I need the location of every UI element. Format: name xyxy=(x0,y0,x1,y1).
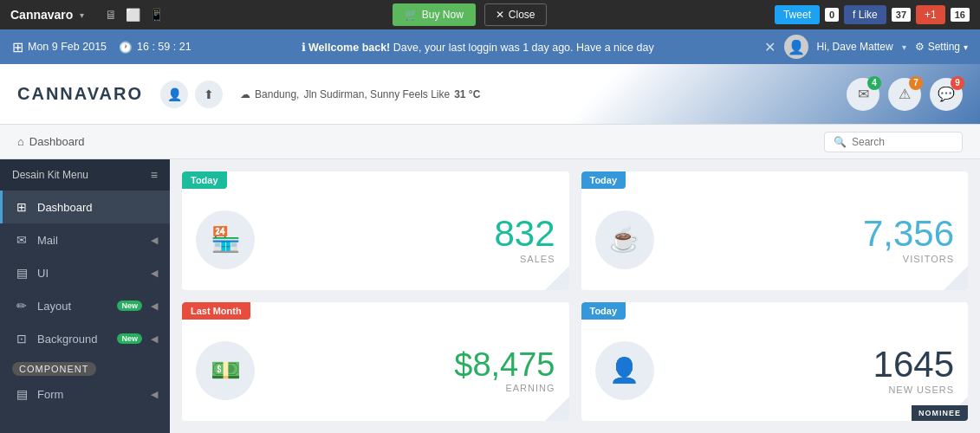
user-name: Hi, Dave Mattew xyxy=(817,41,893,53)
sidebar-item-dashboard[interactable]: ⊞ Dashboard xyxy=(0,191,170,223)
user-dropdown-icon[interactable]: ▾ xyxy=(902,42,906,52)
newusers-stat: 1645 New Users xyxy=(873,346,954,395)
sidebar-header-label: Desain Kit Menu xyxy=(12,169,88,181)
breadcrumb: ⌂ Dashboard xyxy=(17,135,84,148)
nav-bar: ⌂ Dashboard 🔍 xyxy=(0,125,980,159)
tablet-icon[interactable]: ⬜ xyxy=(126,8,140,22)
notif-time: 🕐 16 : 59 : 21 xyxy=(119,41,191,54)
sidebar-item-ui[interactable]: ▤ UI ◀ xyxy=(0,256,170,289)
chevron-right-icon: ◀ xyxy=(151,389,158,400)
chevron-right-icon: ◀ xyxy=(151,268,158,279)
newusers-label: New Users xyxy=(873,385,954,395)
desktop-icon[interactable]: 🖥 xyxy=(105,8,117,22)
home-icon: ⌂ xyxy=(17,135,24,148)
clock-icon: 🕐 xyxy=(119,41,133,54)
sidebar-menu-icon[interactable]: ≡ xyxy=(151,168,158,182)
sales-card: Today 🏪 832 SALES xyxy=(182,171,569,290)
message-notification-button[interactable]: 💬 9 xyxy=(930,78,963,111)
setting-button[interactable]: ⚙ Setting ▾ xyxy=(915,41,968,53)
visitors-today-badge: Today xyxy=(581,171,626,189)
newusers-card-content: 👤 1645 New Users xyxy=(595,333,955,407)
alert-notification-button[interactable]: ⚠ 7 xyxy=(888,78,921,111)
facebook-button[interactable]: f Like xyxy=(844,5,886,24)
tweet-button[interactable]: Tweet xyxy=(775,5,820,24)
alert-badge: 7 xyxy=(909,76,923,90)
new-badge: New xyxy=(117,301,142,311)
dropdown-icon[interactable]: ▾ xyxy=(80,10,84,20)
chevron-right-icon: ◀ xyxy=(151,301,158,312)
mobile-icon[interactable]: 📱 xyxy=(149,8,164,22)
chevron-right-icon: ◀ xyxy=(151,333,158,345)
info-icon: ℹ xyxy=(302,42,306,54)
sidebar-item-label: Mail xyxy=(37,234,142,247)
sidebar-item-background[interactable]: ⊡ Background New ◀ xyxy=(0,322,170,355)
earning-card: Last Month 💵 $8,475 Earning xyxy=(182,302,569,421)
gplus-button[interactable]: +1 xyxy=(916,5,945,24)
sidebar-item-label: Background xyxy=(37,333,108,346)
earning-icon: 💵 xyxy=(196,341,255,400)
sidebar-item-label: Form xyxy=(37,388,142,401)
notif-right: ✕ 👤 Hi, Dave Mattew ▾ ⚙ Setting ▾ xyxy=(764,35,968,59)
tweet-count: 0 xyxy=(825,8,839,22)
app-name: Cannavaro xyxy=(10,8,73,22)
newusers-today-badge: Today xyxy=(581,302,626,320)
sidebar-item-layout[interactable]: ✏ Layout New ◀ xyxy=(0,289,170,322)
upload-icon-button[interactable]: ⬆ xyxy=(195,81,223,108)
sales-icon: 🏪 xyxy=(196,210,255,269)
fb-count: 37 xyxy=(892,8,911,22)
user-icon-button[interactable]: 👤 xyxy=(160,81,188,108)
close-icon: ✕ xyxy=(496,9,504,21)
gplus-count: 16 xyxy=(951,8,970,22)
form-icon: ▤ xyxy=(15,387,29,401)
header-notifications: ✉ 4 ⚠ 7 💬 9 xyxy=(847,78,963,111)
earning-lastmonth-badge: Last Month xyxy=(182,302,250,320)
card-corner-decoration xyxy=(545,397,569,421)
card-corner-decoration xyxy=(944,266,968,290)
layout-icon: ✏ xyxy=(15,299,29,313)
mail-notification-button[interactable]: ✉ 4 xyxy=(847,78,879,111)
cards-row-2: Last Month 💵 $8,475 Earning Today 👤 1645 xyxy=(182,302,968,421)
sidebar-item-mail[interactable]: ✉ Mail ◀ xyxy=(0,223,170,256)
notif-close-button[interactable]: ✕ xyxy=(764,39,776,55)
mail-icon: ✉ xyxy=(15,233,29,247)
gear-icon: ⚙ xyxy=(915,41,925,53)
newusers-icon: 👤 xyxy=(595,341,654,400)
sidebar-header: Desain Kit Menu ≡ xyxy=(0,159,170,191)
notif-date: ⊞ Mon 9 Feb 2015 xyxy=(12,39,107,55)
earning-stat: $8,475 Earning xyxy=(454,348,555,393)
visitors-label: Visitors xyxy=(863,254,954,264)
earning-number: $8,475 xyxy=(454,348,555,381)
visitors-card-content: ☕ 7,356 Visitors xyxy=(595,203,955,276)
weather-icon: ☁ xyxy=(240,88,250,100)
new-users-card: Today 👤 1645 New Users NOMINEE xyxy=(581,302,969,421)
sidebar-item-form[interactable]: ▤ Form ◀ xyxy=(0,378,170,410)
message-badge: 9 xyxy=(951,76,964,90)
device-icons: 🖥 ⬜ 📱 xyxy=(105,8,164,22)
sidebar-item-label: Dashboard xyxy=(37,201,158,214)
chevron-right-icon: ◀ xyxy=(151,235,158,246)
top-bar-center: 🛒 Buy Now ✕ Close xyxy=(393,3,547,26)
visitors-stat: 7,356 Visitors xyxy=(863,216,954,264)
earning-label: Earning xyxy=(454,383,555,393)
sales-today-badge: Today xyxy=(182,171,227,189)
buy-now-button[interactable]: 🛒 Buy Now xyxy=(393,3,476,26)
search-bar: 🔍 xyxy=(824,132,963,152)
setting-dropdown-icon: ▾ xyxy=(964,42,968,52)
header: CANNAVARO 👤 ⬆ ☁ Bandung, Jln Sudirman, S… xyxy=(0,64,980,125)
search-input[interactable] xyxy=(852,136,956,148)
sidebar: Desain Kit Menu ≡ ⊞ Dashboard ✉ Mail ◀ ▤… xyxy=(0,159,170,433)
visitors-number: 7,356 xyxy=(863,216,954,252)
background-icon: ⊡ xyxy=(15,332,29,346)
sidebar-item-label: UI xyxy=(37,267,142,280)
visitors-icon: ☕ xyxy=(595,210,654,269)
dashboard-icon: ⊞ xyxy=(15,200,29,214)
notif-message: ℹ Wellcome back! Dave, your last loggin … xyxy=(191,41,764,54)
weather-info: ☁ Bandung, Jln Sudirman, Sunny Feels Lik… xyxy=(240,88,480,100)
avatar: 👤 xyxy=(784,35,808,59)
notif-left: ⊞ Mon 9 Feb 2015 🕐 16 : 59 : 21 xyxy=(12,39,191,55)
sales-number: 832 xyxy=(494,216,555,252)
sidebar-section-component: Component xyxy=(12,364,170,374)
social-buttons: Tweet 0 f Like 37 +1 16 xyxy=(775,5,970,24)
content-area: Today 🏪 832 SALES Today ☕ 7,356 Visitor xyxy=(170,159,980,433)
close-button[interactable]: ✕ Close xyxy=(484,3,547,26)
